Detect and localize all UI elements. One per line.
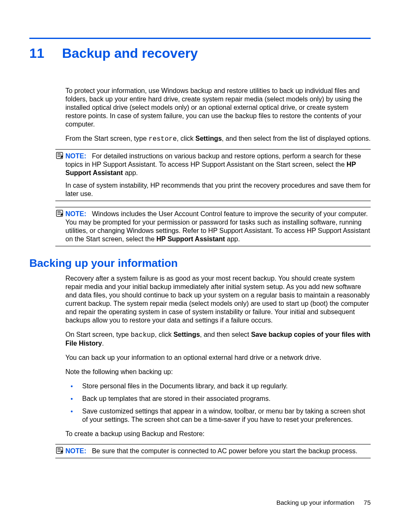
intro-block: To protect your information, use Windows… (65, 87, 371, 143)
note-block-3: NOTE: Be sure that the computer is conne… (55, 444, 371, 458)
list-item: Back up templates that are stored in the… (65, 395, 371, 403)
intro-paragraph-1: To protect your information, use Windows… (65, 87, 371, 129)
bullet-list: Store personal files in the Documents li… (65, 382, 371, 424)
note-icon (55, 151, 64, 160)
document-page: 11 Backup and recovery To protect your i… (0, 0, 400, 532)
section-p3: You can back up your information to an o… (65, 354, 371, 362)
note1-p1: NOTE: For detailed instructions on vario… (55, 152, 371, 177)
section-p5: To create a backup using Backup and Rest… (65, 430, 371, 438)
list-item: Store personal files in the Documents li… (65, 382, 371, 390)
note-block-1: NOTE: For detailed instructions on vario… (55, 149, 371, 201)
chapter-title: Backup and recovery (62, 45, 198, 62)
top-rule (29, 38, 371, 39)
chapter-number: 11 (29, 45, 50, 62)
note2-p1: NOTE: Windows includes the User Account … (55, 210, 371, 243)
section-p1: Recovery after a system failure is as go… (65, 274, 371, 325)
note1-p2: In case of system instability, HP recomm… (55, 181, 371, 198)
intro-paragraph-2: From the Start screen, type restore, cli… (65, 134, 371, 143)
code-backup: backup (131, 331, 155, 339)
code-restore: restore (148, 135, 177, 143)
section-heading: Backing up your information (29, 256, 371, 270)
footer-text: Backing up your information (276, 499, 354, 506)
note-block-2: NOTE: Windows includes the User Account … (55, 207, 371, 246)
page-number: 75 (364, 499, 371, 506)
note-icon (55, 446, 64, 455)
page-footer: Backing up your information 75 (276, 499, 371, 507)
section-p4: Note the following when backing up: (65, 368, 371, 376)
section-p2: On Start screen, type backup, click Sett… (65, 331, 371, 348)
section-body: Recovery after a system failure is as go… (65, 274, 371, 438)
list-item: Save customized settings that appear in … (65, 407, 371, 424)
note-icon (55, 209, 64, 217)
chapter-heading: 11 Backup and recovery (29, 45, 371, 62)
note3-p1: NOTE: Be sure that the computer is conne… (55, 447, 371, 455)
